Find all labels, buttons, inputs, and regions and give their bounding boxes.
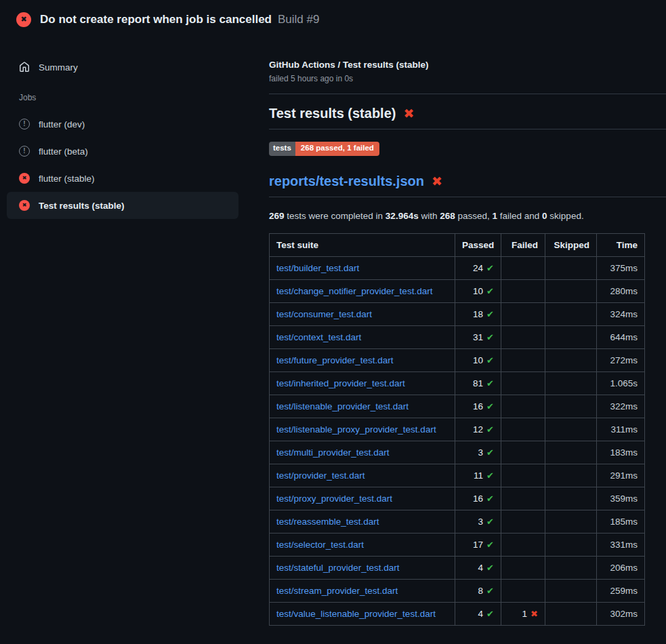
table-row: test/future_provider_test.dart 10✔ 272ms [270, 348, 645, 371]
divider [269, 94, 666, 94]
pass-check-icon: ✔ [486, 447, 494, 458]
test-suite-link[interactable]: test/proxy_provider_test.dart [276, 494, 392, 504]
divider [269, 129, 666, 129]
failed-cell [501, 371, 545, 395]
skipped-cell [545, 487, 597, 510]
report-file-name: reports/test-results.json [269, 174, 424, 189]
failed-cell [501, 533, 545, 556]
skipped-cell [545, 464, 597, 487]
table-row: test/listenable_provider_test.dart 16✔ 3… [270, 395, 645, 418]
skipped-cell [545, 395, 597, 418]
main-content: GitHub Actions / Test results (stable) f… [257, 39, 666, 626]
column-passed: Passed [455, 233, 501, 256]
passed-cell: 24✔ [455, 256, 501, 279]
test-suite-link[interactable]: test/inherited_provider_test.dart [276, 378, 405, 388]
time-cell: 302ms [597, 602, 645, 625]
time-cell: 375ms [597, 256, 645, 279]
test-suite-link[interactable]: test/provider_test.dart [276, 470, 365, 481]
test-suite-link[interactable]: test/context_test.dart [276, 332, 361, 342]
badge-label: tests [269, 142, 295, 156]
test-suite-link[interactable]: test/listenable_proxy_provider_test.dart [276, 424, 436, 435]
jobs-list: ! flutter (dev) ! flutter (beta) ✖ flutt… [0, 110, 257, 219]
time-cell: 259ms [597, 579, 645, 602]
test-suite-link[interactable]: test/consumer_test.dart [276, 309, 372, 319]
time-cell: 185ms [597, 510, 645, 533]
report-file-link[interactable]: reports/test-results.json ✖ [269, 174, 666, 189]
passed-cell: 3✔ [455, 441, 501, 464]
skipped-cell [545, 302, 597, 325]
summary-segment: passed, [455, 211, 493, 221]
time-cell: 359ms [597, 487, 645, 510]
failed-cell [501, 256, 545, 279]
skipped-cell [545, 348, 597, 371]
job-label: flutter (beta) [39, 146, 88, 157]
skipped-cell [545, 602, 597, 625]
sidebar-item-summary[interactable]: Summary [7, 54, 238, 81]
test-suite-link[interactable]: test/stream_provider_test.dart [276, 586, 398, 596]
table-row: test/stateful_provider_test.dart 4✔ 206m… [270, 556, 645, 579]
failed-cell [501, 510, 545, 533]
sidebar-job-item[interactable]: ! flutter (dev) [7, 110, 238, 138]
failed-cross-icon: ✖ [432, 175, 442, 188]
test-suite-link[interactable]: test/future_provider_test.dart [276, 355, 394, 365]
passed-cell: 10✔ [455, 279, 501, 302]
skipped-cell [545, 256, 597, 279]
pass-check-icon: ✔ [486, 401, 494, 411]
test-suite-link[interactable]: test/value_listenable_provider_test.dart [276, 609, 436, 619]
pass-check-icon: ✔ [486, 470, 494, 481]
time-cell: 644ms [597, 325, 645, 348]
cancelled-status-icon: ! [19, 146, 30, 157]
jobs-heading: Jobs [19, 93, 257, 102]
job-label: flutter (stable) [39, 174, 95, 184]
breadcrumb: GitHub Actions / Test results (stable) [269, 60, 666, 70]
time-cell: 280ms [597, 279, 645, 302]
skipped-cell [545, 325, 597, 348]
sidebar-job-item[interactable]: ! flutter (beta) [7, 138, 238, 165]
run-status-line: failed 5 hours ago in 0s [269, 74, 666, 83]
tests-badge: tests 268 passed, 1 failed [269, 142, 379, 156]
run-title: Do not create report when job is cancell… [40, 13, 272, 26]
pass-check-icon: ✔ [486, 309, 494, 319]
pass-check-icon: ✔ [486, 609, 494, 619]
failed-cell [501, 464, 545, 487]
time-cell: 272ms [597, 348, 645, 371]
time-cell: 1.065s [597, 371, 645, 395]
test-suite-link[interactable]: test/change_notifier_provider_test.dart [276, 286, 432, 296]
pass-check-icon: ✔ [486, 286, 494, 296]
home-icon [19, 62, 30, 73]
sidebar-job-item[interactable]: ✖ flutter (stable) [7, 165, 238, 192]
time-cell: 324ms [597, 302, 645, 325]
test-suite-link[interactable]: test/listenable_provider_test.dart [276, 401, 409, 411]
test-suite-link[interactable]: test/reassemble_test.dart [276, 517, 379, 527]
test-suite-link[interactable]: test/multi_provider_test.dart [276, 447, 390, 458]
pass-check-icon: ✔ [486, 332, 494, 342]
section-title-text: Test results (stable) [269, 106, 396, 121]
column-test-suite: Test suite [270, 233, 455, 256]
test-suite-link[interactable]: test/selector_test.dart [276, 540, 364, 550]
passed-cell: 81✔ [455, 371, 501, 395]
test-suite-link[interactable]: test/stateful_provider_test.dart [276, 563, 400, 573]
failed-cell [501, 418, 545, 441]
failed-cell: 1✖ [501, 602, 545, 625]
table-row: test/builder_test.dart 24✔ 375ms [270, 256, 645, 279]
table-row: test/reassemble_test.dart 3✔ 185ms [270, 510, 645, 533]
table-header-row: Test suite Passed Failed Skipped Time [270, 233, 645, 256]
pass-check-icon: ✔ [486, 494, 494, 504]
summary-segment: 1 [493, 211, 498, 221]
summary-segment: tests were completed in [285, 211, 386, 221]
failed-cell [501, 556, 545, 579]
test-results-table: Test suite Passed Failed Skipped Time te… [269, 233, 645, 626]
table-row: test/provider_test.dart 11✔ 291ms [270, 464, 645, 487]
sidebar-job-item[interactable]: ✖ Test results (stable) [7, 192, 238, 219]
skipped-cell [545, 371, 597, 395]
passed-cell: 4✔ [455, 602, 501, 625]
test-suite-link[interactable]: test/builder_test.dart [276, 263, 359, 273]
skipped-cell [545, 279, 597, 302]
column-time: Time [597, 233, 645, 256]
column-skipped: Skipped [545, 233, 597, 256]
pass-check-icon: ✔ [486, 586, 494, 596]
pass-check-icon: ✔ [486, 424, 494, 435]
failed-cell [501, 579, 545, 602]
cancelled-status-icon: ! [19, 119, 30, 129]
summary-segment: 268 [440, 211, 455, 221]
